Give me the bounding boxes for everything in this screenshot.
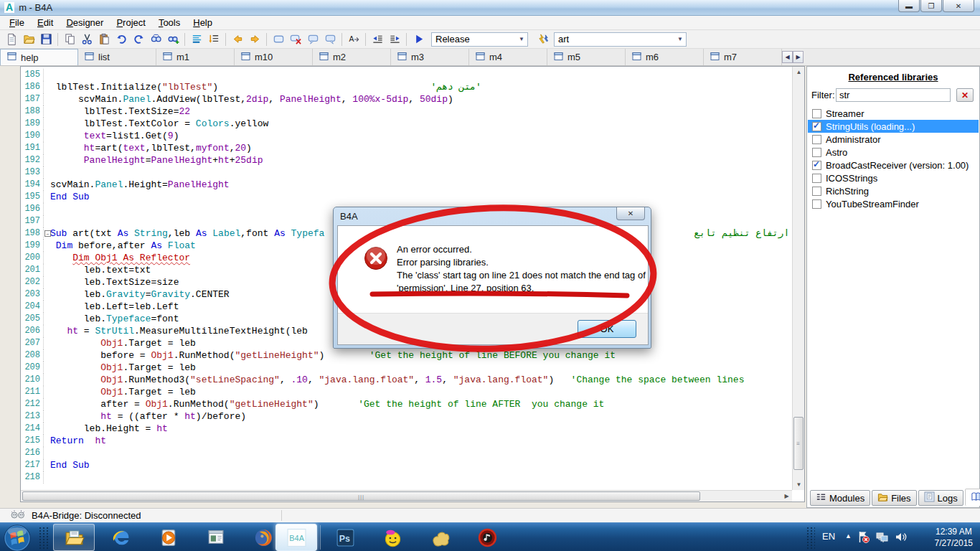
save-icon[interactable] <box>38 32 54 47</box>
tab-m3[interactable]: m3 <box>391 49 469 65</box>
taskbar-app-photoshop[interactable]: Ps <box>324 524 366 551</box>
close-button[interactable]: ✕ <box>943 0 974 12</box>
select-region-icon[interactable] <box>270 32 286 47</box>
menu-project[interactable]: Project <box>110 16 151 29</box>
taskbar-app-explorer[interactable] <box>53 524 95 551</box>
taskbar-app-internet-explorer[interactable] <box>100 524 142 551</box>
volume-icon[interactable] <box>894 530 908 544</box>
menu-edit[interactable]: Edit <box>31 16 60 29</box>
tab-help[interactable]: help <box>0 49 78 65</box>
tab-m1[interactable]: m1 <box>156 49 235 65</box>
tab-m10[interactable]: m10 <box>235 49 313 65</box>
library-checkbox[interactable] <box>812 187 821 196</box>
library-checkbox[interactable] <box>812 161 821 170</box>
undo-icon[interactable] <box>113 32 129 47</box>
taskbar-app-media-player[interactable] <box>148 524 189 551</box>
library-item[interactable]: Administrator <box>808 133 979 146</box>
tab-m7[interactable]: m7 <box>704 49 782 65</box>
horizontal-scrollbar[interactable]: ||| ▶ <box>21 490 792 501</box>
library-checkbox[interactable] <box>812 122 821 131</box>
scroll-down-button[interactable]: ▼ <box>793 479 804 490</box>
library-item[interactable]: StringUtils (loading...) <box>808 120 979 133</box>
tab-scroll-left-button[interactable]: ◀ <box>782 51 793 63</box>
library-item[interactable]: Streamer <box>808 107 979 120</box>
module-select[interactable]: art▼ <box>554 32 687 47</box>
horizontal-scroll-thumb[interactable]: ||| <box>22 491 700 501</box>
scroll-up-button[interactable]: ▲ <box>793 67 804 77</box>
scroll-right-button[interactable]: ▶ <box>781 491 792 501</box>
dialog-close-button[interactable]: ✕ <box>616 207 645 220</box>
action-center-icon[interactable] <box>857 530 870 544</box>
library-item[interactable]: ICOSStrings <box>808 171 979 184</box>
collapse-icon[interactable]: – <box>44 230 51 237</box>
tab-m4[interactable]: m4 <box>469 49 547 65</box>
tab-m5[interactable]: m5 <box>547 49 626 65</box>
copy-icon[interactable] <box>62 32 77 47</box>
ok-button[interactable]: OK <box>578 320 636 338</box>
menu-help[interactable]: Help <box>187 16 219 29</box>
tab-m6[interactable]: m6 <box>626 49 704 65</box>
menu-tools[interactable]: Tools <box>152 16 187 29</box>
filter-input[interactable] <box>836 88 951 102</box>
window-icon <box>476 52 485 63</box>
code-line: 208 before = Obj1.RunMethod("getLineHeig… <box>21 349 792 362</box>
vertical-scroll-thumb[interactable]: ≡ <box>793 417 804 470</box>
taskbar-app-nero[interactable] <box>419 524 461 551</box>
vertical-scrollbar[interactable]: ▲ ≡ ▼ <box>792 67 804 490</box>
library-item[interactable]: YouTubeStreamFinder <box>808 197 979 210</box>
quick-search-icon[interactable]: A <box>346 32 362 47</box>
network-icon[interactable] <box>875 530 889 544</box>
title-bar[interactable]: A m - B4A ▬ ❐ ✕ <box>0 0 980 16</box>
navigate-forward-icon[interactable] <box>247 32 263 47</box>
language-indicator[interactable]: EN <box>822 531 835 542</box>
run-icon[interactable] <box>410 32 426 47</box>
build-configuration-select[interactable]: Release▼ <box>431 32 528 47</box>
dialog-title-bar[interactable]: B4A <box>337 207 647 225</box>
find-icon[interactable] <box>148 32 164 47</box>
taskbar-app-gadgets[interactable] <box>195 524 237 551</box>
taskbar-app-messenger[interactable] <box>372 524 413 551</box>
tab-label: help <box>21 52 39 63</box>
delete-comment-icon[interactable] <box>288 32 303 47</box>
cut-icon[interactable] <box>79 32 95 47</box>
taskbar-app-b4a[interactable]: B4A <box>275 524 317 551</box>
uncomment-icon[interactable] <box>322 32 338 47</box>
line-spacing-icon[interactable] <box>206 32 222 47</box>
tab-m2[interactable]: m2 <box>313 49 391 65</box>
minimize-button[interactable]: ▬ <box>898 0 920 12</box>
find-in-files-icon[interactable] <box>165 32 181 47</box>
panel-tab-modules[interactable]: Modules <box>810 490 870 506</box>
open-project-icon[interactable] <box>21 32 37 47</box>
restore-button[interactable]: ❐ <box>920 0 942 12</box>
paste-icon[interactable] <box>96 32 112 47</box>
panel-tab-files[interactable]: Files <box>872 490 916 506</box>
new-file-icon[interactable] <box>4 32 19 47</box>
taskbar-app-music-player[interactable] <box>466 524 508 551</box>
navigate-back-icon[interactable] <box>230 32 245 47</box>
format-lines-icon[interactable] <box>189 32 204 47</box>
library-item[interactable]: Astro <box>808 146 979 159</box>
library-checkbox[interactable] <box>812 135 821 144</box>
start-button[interactable] <box>3 524 32 551</box>
outdent-icon[interactable] <box>369 32 385 47</box>
comment-icon[interactable] <box>305 32 321 47</box>
library-item[interactable]: RichString <box>808 184 979 197</box>
tab-list[interactable]: list <box>78 49 156 65</box>
panel-tab-logs[interactable]: Logs <box>918 490 963 506</box>
library-checkbox[interactable] <box>812 148 821 157</box>
show-hidden-icons-button[interactable]: ▲ <box>845 532 852 540</box>
tab-scroll-right-button[interactable]: ▶ <box>793 51 804 63</box>
menu-designer[interactable]: Designer <box>60 16 110 29</box>
clock[interactable]: 12:39 AM 7/27/2015 <box>935 526 973 549</box>
redo-icon[interactable] <box>131 32 146 47</box>
menu-file[interactable]: File <box>3 16 31 29</box>
library-checkbox[interactable] <box>812 199 821 209</box>
clear-filter-button[interactable]: ✕ <box>956 88 974 102</box>
panel-tab-libs[interactable]: Libs <box>965 489 980 506</box>
library-checkbox[interactable] <box>812 109 821 118</box>
error-dialog[interactable]: B4A ✕ An error occurred.Error parsing li… <box>333 207 651 349</box>
fold-margin <box>43 410 50 423</box>
library-checkbox[interactable] <box>812 174 821 183</box>
indent-icon[interactable] <box>387 32 402 47</box>
library-item[interactable]: BroadCastReceiver (version: 1.00) <box>808 159 979 171</box>
